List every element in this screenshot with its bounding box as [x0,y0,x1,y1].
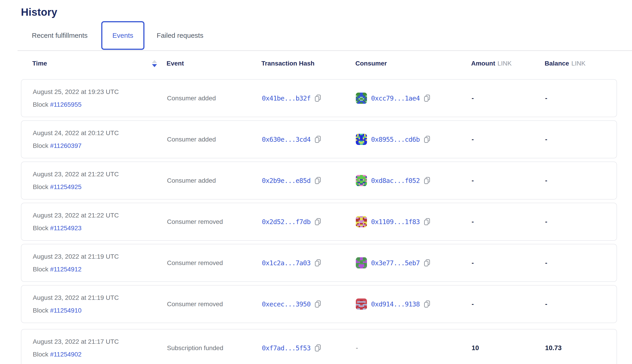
column-header-event: Event [166,60,262,67]
column-header-time[interactable]: Time [32,60,166,67]
transaction-hash-cell: 0x630e...3cd4 [262,135,356,144]
column-header-balance: BalanceLINK [545,60,617,67]
consumer-identicon-avatar [356,134,367,145]
events-table-body: August 25, 2022 at 19:23 UTC Block #1126… [21,79,617,364]
tab-failed-requests[interactable]: Failed requests [156,32,205,39]
consumer-address-link[interactable]: 0xcc79...1ae4 [371,94,420,102]
row-timestamp: August 23, 2022 at 21:22 UTC [33,170,167,178]
copy-icon[interactable] [314,259,322,267]
table-row: August 24, 2022 at 20:12 UTC Block #1126… [21,120,617,158]
amount-value: - [472,218,545,226]
block-label: Block [33,224,48,232]
consumer-cell: 0x8955...cd6b [356,134,472,145]
row-timestamp: August 25, 2022 at 19:23 UTC [33,88,167,96]
copy-icon[interactable] [424,300,431,308]
sort-descending-icon[interactable] [152,60,157,67]
consumer-address-link[interactable]: 0x1109...1f83 [371,218,420,226]
transaction-hash-cell: 0xf7ad...5f53 [262,344,356,352]
transaction-hash-link[interactable]: 0xf7ad...5f53 [262,344,310,352]
transaction-hash-link[interactable]: 0x630e...3cd4 [262,136,310,143]
time-cell: August 25, 2022 at 19:23 UTC Block #1126… [33,88,167,108]
amount-unit-label: LINK [498,60,512,67]
balance-unit-label: LINK [571,60,585,67]
consumer-address-link[interactable]: 0xd914...9138 [371,300,420,308]
time-cell: August 23, 2022 at 21:19 UTC Block #1125… [33,294,167,314]
amount-value: - [472,177,545,184]
balance-value: 10.73 [545,344,616,352]
copy-icon[interactable] [424,259,431,267]
balance-value: - [545,136,616,143]
copy-icon[interactable] [424,176,431,185]
copy-icon[interactable] [424,218,431,226]
tab-recent-fulfillments[interactable]: Recent fulfillments [30,32,89,39]
block-number-link[interactable]: #11254925 [50,183,82,190]
copy-icon[interactable] [424,94,431,102]
block-label: Block [33,351,48,358]
transaction-hash-cell: 0x1c2a...7a03 [262,259,356,267]
block-number-link[interactable]: #11254912 [50,266,82,273]
block-number-link[interactable]: #11260397 [50,142,82,149]
block-number-link[interactable]: #11254910 [50,307,82,314]
column-header-transaction-hash: Transaction Hash [262,60,355,67]
row-timestamp: August 23, 2022 at 21:19 UTC [33,294,167,302]
consumer-identicon-avatar [356,216,367,227]
event-type: Subscription funded [167,344,262,352]
balance-value: - [545,94,616,102]
block-number-link[interactable]: #11254902 [50,351,82,358]
transaction-hash-link[interactable]: 0x41be...b32f [262,94,310,102]
tab-events[interactable]: Events [101,21,144,50]
transaction-hash-cell: 0xecec...3950 [262,300,356,308]
event-type: Consumer added [167,95,262,102]
column-header-amount: AmountLINK [471,60,545,67]
page-title: History [21,0,617,18]
consumer-address-link[interactable]: 0x3e77...5eb7 [371,259,420,267]
time-cell: August 23, 2022 at 21:19 UTC Block #1125… [33,253,167,273]
copy-icon[interactable] [314,218,322,226]
consumer-identicon-avatar [356,257,367,268]
balance-value: - [545,300,616,308]
transaction-hash-link[interactable]: 0xecec...3950 [262,300,310,308]
event-type: Consumer removed [167,259,262,267]
table-row: August 25, 2022 at 19:23 UTC Block #1126… [21,79,617,117]
transaction-hash-link[interactable]: 0x2d52...f7db [262,218,310,226]
consumer-cell: 0xd914...9138 [356,298,472,310]
block-number-link[interactable]: #11265955 [50,101,82,108]
row-timestamp: August 23, 2022 at 21:19 UTC [33,253,167,260]
time-cell: August 23, 2022 at 21:17 UTC Block #1125… [33,338,167,358]
table-row: August 23, 2022 at 21:22 UTC Block #1125… [21,203,617,241]
table-row: August 23, 2022 at 21:19 UTC Block #1125… [21,285,617,323]
consumer-cell: - [356,344,472,352]
row-timestamp: August 23, 2022 at 21:22 UTC [33,212,167,219]
column-header-consumer: Consumer [355,60,471,67]
block-label: Block [33,142,48,149]
time-cell: August 23, 2022 at 21:22 UTC Block #1125… [33,212,167,232]
event-type: Consumer removed [167,218,262,226]
transaction-hash-cell: 0x2d52...f7db [262,218,356,226]
consumer-identicon-avatar [356,298,367,310]
time-cell: August 24, 2022 at 20:12 UTC Block #1126… [33,130,167,150]
copy-icon[interactable] [424,135,431,144]
consumer-identicon-avatar [356,92,367,104]
amount-value: - [472,94,545,102]
amount-value: 10 [472,344,545,352]
row-timestamp: August 24, 2022 at 20:12 UTC [33,130,167,137]
consumer-address-link[interactable]: 0xd8ac...f052 [371,177,420,184]
copy-icon[interactable] [314,344,322,352]
transaction-hash-link[interactable]: 0x1c2a...7a03 [262,259,310,267]
copy-icon[interactable] [314,300,322,308]
consumer-cell: 0xd8ac...f052 [356,175,472,186]
event-type: Consumer added [167,136,262,143]
consumer-address-link: - [356,344,358,352]
consumer-address-link[interactable]: 0x8955...cd6b [371,136,420,143]
consumer-identicon-avatar [356,175,367,186]
block-label: Block [33,307,48,314]
transaction-hash-link[interactable]: 0x2b9e...e85d [262,177,310,184]
copy-icon[interactable] [314,176,322,185]
copy-icon[interactable] [314,135,322,144]
table-header-row: Time Event Transaction Hash Consumer Amo… [21,56,617,70]
block-number-link[interactable]: #11254923 [50,224,82,232]
transaction-hash-cell: 0x2b9e...e85d [262,176,356,185]
amount-value: - [472,300,545,308]
copy-icon[interactable] [314,94,322,102]
time-header-label: Time [32,60,47,67]
